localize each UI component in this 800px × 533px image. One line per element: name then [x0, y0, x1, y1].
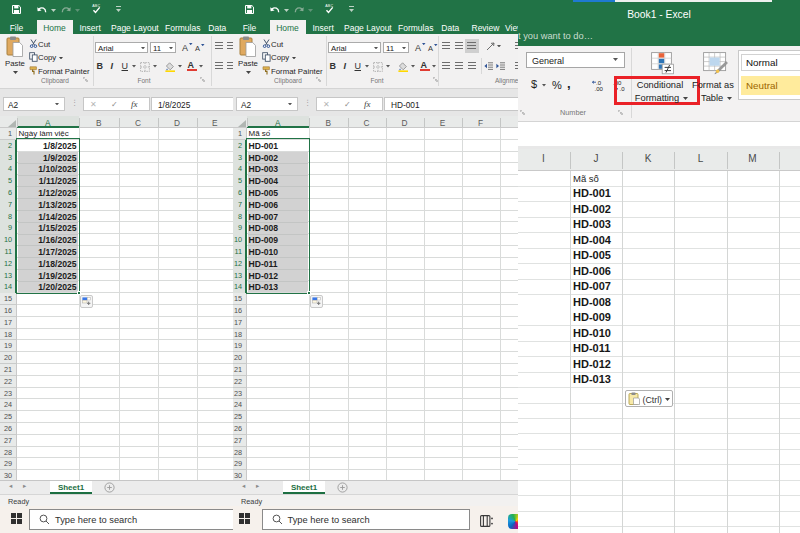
svg-text:.0: .0 [596, 80, 602, 86]
svg-text:.00: .00 [595, 86, 604, 92]
